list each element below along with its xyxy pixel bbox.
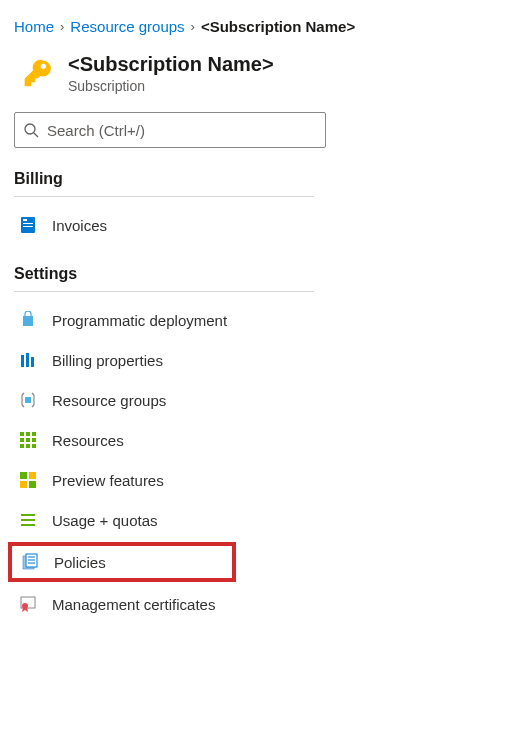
nav-item-label: Preview features: [52, 472, 164, 489]
nav-item-label: Resources: [52, 432, 124, 449]
svg-rect-5: [23, 226, 33, 227]
nav-item-label: Billing properties: [52, 352, 163, 369]
nav-item-invoices[interactable]: Invoices: [14, 205, 507, 245]
svg-rect-11: [26, 432, 30, 436]
breadcrumb-current: <Subscription Name>: [201, 18, 355, 35]
preview-icon: [18, 470, 38, 490]
search-icon: [23, 122, 39, 138]
svg-rect-18: [32, 444, 36, 448]
chevron-right-icon: ›: [60, 19, 64, 34]
breadcrumb: Home › Resource groups › <Subscription N…: [14, 18, 507, 35]
resource-group-icon: [18, 390, 38, 410]
nav-item-resources[interactable]: Resources: [14, 420, 507, 460]
svg-rect-16: [20, 444, 24, 448]
highlighted-policies: Policies: [8, 542, 236, 582]
section-settings: Settings Programmatic deployment Billing…: [14, 265, 507, 624]
nav-item-resource-groups[interactable]: Resource groups: [14, 380, 507, 420]
svg-rect-8: [31, 357, 34, 367]
section-billing: Billing Invoices: [14, 170, 507, 245]
bag-icon: [18, 310, 38, 330]
svg-point-0: [25, 124, 35, 134]
nav-item-policies[interactable]: Policies: [16, 550, 228, 574]
svg-rect-21: [20, 481, 27, 488]
bars-icon: [18, 350, 38, 370]
svg-rect-4: [23, 223, 33, 224]
page-title: <Subscription Name>: [68, 53, 274, 76]
svg-rect-15: [32, 438, 36, 442]
svg-rect-13: [20, 438, 24, 442]
section-title-settings: Settings: [14, 265, 507, 283]
breadcrumb-resource-groups[interactable]: Resource groups: [70, 18, 184, 35]
chevron-right-icon: ›: [191, 19, 195, 34]
nav-item-management-certificates[interactable]: Management certificates: [14, 584, 507, 624]
key-icon: [22, 57, 54, 89]
nav-item-label: Programmatic deployment: [52, 312, 227, 329]
nav-item-billing-properties[interactable]: Billing properties: [14, 340, 507, 380]
nav-item-preview-features[interactable]: Preview features: [14, 460, 507, 500]
svg-rect-6: [21, 355, 24, 367]
grid-icon: [18, 430, 38, 450]
page-header: <Subscription Name> Subscription: [14, 53, 507, 94]
invoice-icon: [18, 215, 38, 235]
divider: [14, 196, 314, 197]
nav-item-programmatic-deployment[interactable]: Programmatic deployment: [14, 300, 507, 340]
certificate-icon: [18, 594, 38, 614]
nav-item-label: Policies: [54, 554, 106, 571]
nav-item-usage-quotas[interactable]: Usage + quotas: [14, 500, 507, 540]
nav-item-label: Resource groups: [52, 392, 166, 409]
nav-item-label: Invoices: [52, 217, 107, 234]
svg-rect-10: [20, 432, 24, 436]
page-subtitle: Subscription: [68, 78, 274, 94]
policies-icon: [20, 552, 40, 572]
svg-rect-7: [26, 353, 29, 367]
svg-rect-9: [25, 397, 31, 403]
svg-rect-17: [26, 444, 30, 448]
svg-rect-12: [32, 432, 36, 436]
nav-item-label: Usage + quotas: [52, 512, 158, 529]
section-title-billing: Billing: [14, 170, 507, 188]
search-input[interactable]: [47, 122, 317, 139]
search-box[interactable]: [14, 112, 326, 148]
breadcrumb-home[interactable]: Home: [14, 18, 54, 35]
svg-line-1: [34, 133, 38, 137]
svg-rect-24: [21, 519, 35, 521]
svg-rect-22: [29, 481, 36, 488]
svg-rect-23: [21, 514, 35, 516]
divider: [14, 291, 314, 292]
svg-rect-3: [23, 219, 27, 221]
svg-rect-25: [21, 524, 35, 526]
svg-rect-20: [29, 472, 36, 479]
svg-rect-14: [26, 438, 30, 442]
nav-item-label: Management certificates: [52, 596, 215, 613]
list-icon: [18, 510, 38, 530]
svg-rect-19: [20, 472, 27, 479]
